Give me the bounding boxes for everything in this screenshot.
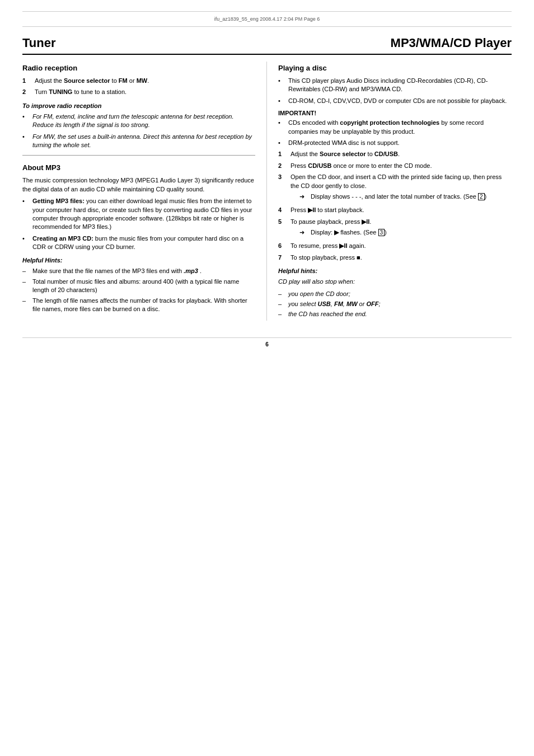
helpful-hints-left-heading: Helpful Hints:	[22, 257, 255, 264]
mp3-bullet-1: • Getting MP3 files: you can either down…	[22, 197, 255, 232]
helpful-dash-content-3: the CD has reached the end.	[288, 310, 512, 318]
disc-step-num-4: 4	[278, 206, 288, 214]
helpful-subheading: CD play will also stop when:	[278, 278, 512, 286]
disc-step-4: 4 Press ▶II to start playback.	[278, 206, 512, 214]
important-content-2: DRM-protected WMA disc is not support.	[288, 139, 512, 147]
disc-bullet-dot-2: •	[278, 97, 286, 105]
disc-step-1: 1 Adjust the Source selector to CD/USB.	[278, 150, 512, 158]
disc-step-num-1: 1	[278, 150, 288, 158]
radio-bullet-content-1: For FM, extend, incline and turn the tel…	[32, 112, 255, 130]
about-mp3-intro: The music compression technology MP3 (MP…	[22, 176, 255, 194]
radio-reception-heading: Radio reception	[22, 64, 255, 72]
helpful-hints-right-heading: Helpful hints:	[278, 267, 512, 274]
page-number: 6	[265, 341, 269, 348]
disc-intro-content-1: This CD player plays Audio Discs includi…	[288, 77, 512, 94]
radio-bullet-content-2: For MW, the set uses a built-in antenna.…	[32, 133, 255, 150]
disc-step-content-5: To pause playback, press ▶II. ➜ Display:…	[291, 218, 512, 240]
helpful-dash-3: – the CD has reached the end.	[278, 310, 512, 318]
important-bullet-1: • CDs encoded with copyright protection …	[278, 119, 512, 136]
helpful-dash-content-2: you select USB, FM, MW or OFF;	[288, 300, 512, 308]
about-mp3-section: About MP3 The music compression technolo…	[22, 163, 255, 313]
hint-dash-1: –	[22, 267, 30, 275]
left-column: Radio reception 1 Adjust the Source sele…	[22, 62, 267, 321]
radio-bullet-1: • For FM, extend, incline and turn the t…	[22, 112, 255, 130]
bullet-dot-1: •	[22, 112, 30, 130]
disc-step-num-7: 7	[278, 253, 288, 262]
disc-step-num-3: 3	[278, 173, 288, 203]
hint-content-3: The length of file names affects the num…	[32, 297, 255, 314]
arrow-sym-2: ➜	[299, 228, 308, 237]
step-content-1: Adjust the Source selector to FM or MW.	[35, 77, 255, 85]
step-num-2: 2	[22, 88, 32, 96]
mp3-bullet-dot-2: •	[22, 234, 30, 252]
improve-heading: To improve radio reception	[22, 102, 255, 109]
playing-disc-heading: Playing a disc	[278, 64, 512, 72]
arrow-sym-1: ➜	[299, 192, 308, 201]
num-box-2: 2	[478, 193, 485, 200]
radio-bullet-2: • For MW, the set uses a built-in antenn…	[22, 133, 255, 150]
disc-step-3-arrow: ➜ Display shows - - -, and later the tot…	[299, 192, 512, 201]
disc-step-5-arrow: ➜ Display: ▶ flashes. (See 3)	[299, 228, 512, 237]
disc-step-5: 5 To pause playback, press ▶II. ➜ Displa…	[278, 218, 512, 240]
step-2: 2 Turn TUNING to tune to a station.	[22, 88, 255, 96]
hint-content-1: Make sure that the file names of the MP3…	[32, 267, 255, 275]
helpful-dash-sym-1: –	[278, 290, 286, 298]
important-bullet-2: • DRM-protected WMA disc is not support.	[278, 139, 512, 147]
playing-disc-section: Playing a disc • This CD player plays Au…	[278, 64, 512, 319]
step-content-2: Turn TUNING to tune to a station.	[35, 88, 255, 96]
disc-step-content-1: Adjust the Source selector to CD/USB.	[291, 150, 512, 158]
arrow-content-2: Display: ▶ flashes. (See 3)	[311, 228, 512, 237]
bullet-dot-2: •	[22, 133, 30, 150]
disc-step-content-2: Press CD/USB once or more to enter the C…	[291, 162, 512, 170]
hint-1: – Make sure that the file names of the M…	[22, 267, 255, 275]
disc-intro-bullet-2: • CD-ROM, CD-I, CDV,VCD, DVD or computer…	[278, 97, 512, 105]
disc-step-content-4: Press ▶II to start playback.	[291, 206, 512, 214]
about-mp3-heading: About MP3	[22, 163, 255, 172]
disc-step-2: 2 Press CD/USB once or more to enter the…	[278, 162, 512, 170]
helpful-dash-1: – you open the CD door;	[278, 290, 512, 298]
mp3-bullet-2: • Creating an MP3 CD: burn the music fil…	[22, 234, 255, 252]
disc-step-content-6: To resume, press ▶II again.	[291, 242, 512, 250]
disc-step-num-2: 2	[278, 162, 288, 170]
mp3-bullet-content-2: Creating an MP3 CD: burn the music files…	[32, 234, 255, 252]
helpful-dash-content-1: you open the CD door;	[288, 290, 512, 298]
file-info: ifu_az1839_55_eng 2008.4.17 2:04 PM Page…	[214, 16, 320, 22]
mp3-bullet-dot-1: •	[22, 197, 30, 232]
footer-area: 6	[22, 337, 512, 348]
right-page-title: MP3/WMA/CD Player	[267, 36, 512, 50]
helpful-dash-sym-3: –	[278, 310, 286, 318]
disc-step-content-3: Open the CD door, and insert a CD with t…	[291, 173, 512, 203]
hint-dash-2: –	[22, 278, 30, 295]
step-num-1: 1	[22, 77, 32, 85]
left-page-title: Tuner	[22, 36, 267, 50]
mp3-bullet-content-1: Getting MP3 files: you can either downlo…	[32, 197, 255, 232]
hint-content-2: Total number of music files and albums: …	[32, 278, 255, 295]
disc-step-num-5: 5	[278, 218, 288, 240]
disc-bullet-dot-1: •	[278, 77, 286, 94]
disc-step-content-7: To stop playback, press ■.	[291, 253, 512, 262]
section-divider-1	[22, 155, 255, 156]
helpful-dash-sym-2: –	[278, 300, 286, 308]
disc-intro-bullet-1: • This CD player plays Audio Discs inclu…	[278, 77, 512, 94]
important-dot-1: •	[278, 119, 286, 136]
arrow-content-1: Display shows - - -, and later the total…	[311, 192, 512, 201]
disc-step-7: 7 To stop playback, press ■.	[278, 253, 512, 262]
radio-reception-section: Radio reception 1 Adjust the Source sele…	[22, 64, 255, 149]
disc-step-3: 3 Open the CD door, and insert a CD with…	[278, 173, 512, 203]
important-heading: IMPORTANT!	[278, 110, 512, 116]
content-area: Radio reception 1 Adjust the Source sele…	[22, 62, 512, 321]
hint-3: – The length of file names affects the n…	[22, 297, 255, 314]
hint-dash-3: –	[22, 297, 30, 314]
right-column: Playing a disc • This CD player plays Au…	[267, 62, 512, 321]
disc-step-6: 6 To resume, press ▶II again.	[278, 242, 512, 250]
important-content-1: CDs encoded with copyright protection te…	[288, 119, 512, 136]
helpful-dash-2: – you select USB, FM, MW or OFF;	[278, 300, 512, 308]
disc-intro-content-2: CD-ROM, CD-I, CDV,VCD, DVD or computer C…	[288, 97, 512, 105]
important-dot-2: •	[278, 139, 286, 147]
step-1: 1 Adjust the Source selector to FM or MW…	[22, 77, 255, 85]
hint-2: – Total number of music files and albums…	[22, 278, 255, 295]
disc-step-num-6: 6	[278, 242, 288, 250]
header-bar: ifu_az1839_55_eng 2008.4.17 2:04 PM Page…	[22, 11, 512, 27]
page-wrapper: ifu_az1839_55_eng 2008.4.17 2:04 PM Page…	[0, 11, 534, 756]
page-titles: Tuner MP3/WMA/CD Player	[22, 36, 512, 55]
